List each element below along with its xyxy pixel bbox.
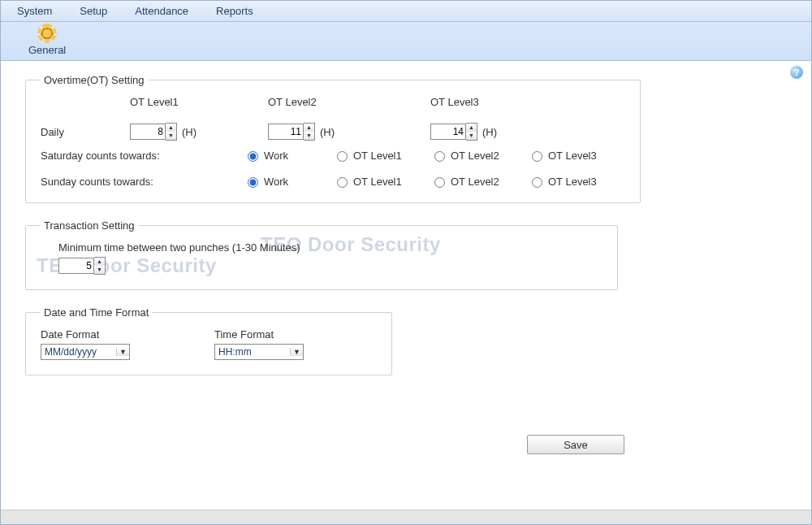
chevron-down-icon[interactable]: ▼ bbox=[116, 348, 129, 356]
overtime-fieldset: Overtime(OT) Setting OT Level1 OT Level2… bbox=[25, 74, 641, 203]
ot-level2-input[interactable] bbox=[268, 124, 304, 140]
menu-attendance[interactable]: Attendance bbox=[135, 5, 188, 17]
chevron-down-icon[interactable]: ▼ bbox=[290, 348, 303, 356]
spinner-up-icon[interactable]: ▲ bbox=[466, 124, 477, 132]
ot-level1-input[interactable] bbox=[130, 124, 166, 140]
transaction-legend: Transaction Setting bbox=[41, 219, 138, 232]
spinner-down-icon[interactable]: ▼ bbox=[94, 266, 105, 274]
status-bar bbox=[1, 510, 811, 524]
sun-radio-l1-input[interactable] bbox=[337, 177, 348, 188]
general-label: General bbox=[28, 44, 66, 56]
save-button[interactable]: Save bbox=[527, 435, 624, 454]
menu-bar: System Setup Attendance Reports bbox=[1, 1, 811, 22]
sun-radio-work[interactable]: Work bbox=[244, 175, 333, 188]
ot-level1-header: OT Level1 bbox=[130, 96, 268, 108]
spinner-up-icon[interactable]: ▲ bbox=[304, 124, 314, 132]
sat-radio-work-input[interactable] bbox=[248, 151, 258, 162]
spinner-down-icon[interactable]: ▼ bbox=[166, 132, 176, 140]
ot-level3-header: OT Level3 bbox=[430, 96, 593, 108]
sat-radio-l3[interactable]: OT Level3 bbox=[528, 149, 625, 162]
min-time-input[interactable] bbox=[58, 258, 94, 274]
app-window: System Setup Attendance Reports General … bbox=[0, 0, 812, 525]
unit-label: (H) bbox=[182, 126, 197, 138]
time-format-combo[interactable]: HH:mm ▼ bbox=[214, 344, 304, 360]
sun-radio-l3-input[interactable] bbox=[532, 177, 542, 188]
date-format-label: Date Format bbox=[41, 328, 203, 341]
spinner-down-icon[interactable]: ▼ bbox=[304, 132, 314, 140]
sat-radio-l1[interactable]: OT Level1 bbox=[333, 149, 430, 162]
spinner-up-icon[interactable]: ▲ bbox=[166, 124, 176, 132]
unit-label: (H) bbox=[320, 126, 335, 138]
content-area: ? TEO Door Security TEO Door Security Ov… bbox=[1, 61, 811, 510]
sun-radio-work-input[interactable] bbox=[248, 177, 258, 188]
ot-level2-header: OT Level2 bbox=[268, 96, 430, 108]
help-icon[interactable]: ? bbox=[790, 66, 803, 79]
sat-radio-l3-input[interactable] bbox=[532, 151, 542, 162]
sun-radio-l2-input[interactable] bbox=[434, 177, 445, 188]
ot-level3-spinner[interactable]: ▲▼ (H) bbox=[430, 123, 593, 141]
sunday-counts-label: Sunday counts towards: bbox=[41, 176, 244, 188]
sun-radio-l1[interactable]: OT Level1 bbox=[333, 175, 430, 188]
time-format-label: Time Format bbox=[214, 328, 377, 341]
transaction-fieldset: Transaction Setting Minimum time between… bbox=[25, 219, 618, 290]
daily-label: Daily bbox=[41, 126, 130, 138]
sun-radio-l3[interactable]: OT Level3 bbox=[528, 175, 625, 188]
min-time-label: Minimum time between two punches (1-30 M… bbox=[58, 241, 603, 254]
ribbon: General bbox=[1, 22, 811, 61]
sat-radio-l1-input[interactable] bbox=[337, 151, 348, 162]
spinner-down-icon[interactable]: ▼ bbox=[466, 132, 477, 140]
spinner-up-icon[interactable]: ▲ bbox=[94, 258, 105, 266]
gear-icon bbox=[40, 26, 54, 41]
min-time-spinner[interactable]: ▲▼ bbox=[58, 257, 106, 275]
date-format-combo[interactable]: MM/dd/yyyy ▼ bbox=[41, 344, 130, 360]
datetime-legend: Date and Time Format bbox=[41, 306, 152, 319]
unit-label: (H) bbox=[482, 126, 497, 138]
sat-radio-l2[interactable]: OT Level2 bbox=[430, 149, 528, 162]
general-tool[interactable]: General bbox=[28, 26, 66, 56]
datetime-fieldset: Date and Time Format Date Format MM/dd/y… bbox=[25, 306, 392, 375]
saturday-counts-label: Saturday counts towards: bbox=[41, 150, 244, 162]
time-format-value: HH:mm bbox=[215, 346, 290, 358]
ot-level1-spinner[interactable]: ▲▼ (H) bbox=[130, 123, 268, 141]
ot-level2-spinner[interactable]: ▲▼ (H) bbox=[268, 123, 430, 141]
ot-level3-input[interactable] bbox=[430, 124, 466, 140]
menu-system[interactable]: System bbox=[17, 5, 52, 17]
menu-reports[interactable]: Reports bbox=[216, 5, 253, 17]
sat-radio-l2-input[interactable] bbox=[434, 151, 445, 162]
date-format-value: MM/dd/yyyy bbox=[41, 346, 116, 358]
sun-radio-l2[interactable]: OT Level2 bbox=[430, 175, 528, 188]
menu-setup[interactable]: Setup bbox=[80, 5, 107, 17]
sat-radio-work[interactable]: Work bbox=[244, 149, 333, 162]
overtime-legend: Overtime(OT) Setting bbox=[41, 74, 148, 86]
